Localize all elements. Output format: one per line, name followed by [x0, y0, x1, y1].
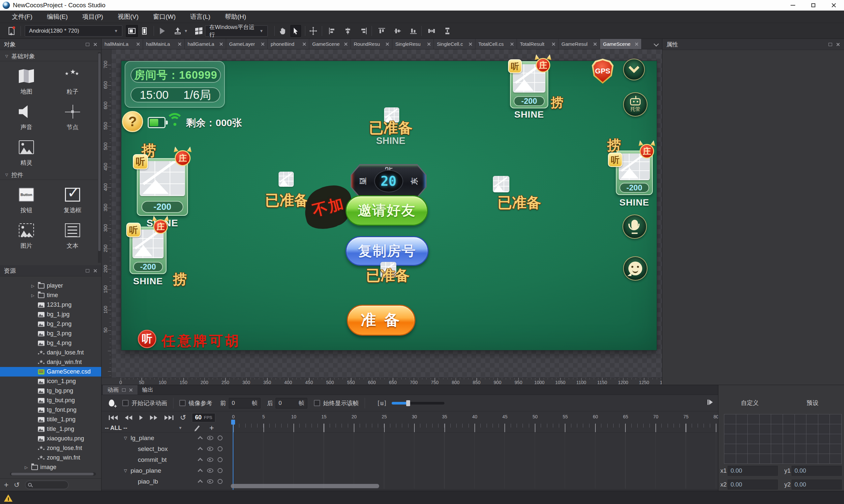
document-tab-6[interactable]: GameScene [309, 39, 351, 49]
document-tab-9[interactable]: SingleCell.c [434, 39, 476, 49]
close-tab-icon[interactable] [220, 42, 223, 46]
document-tab-7[interactable]: RoundResu [351, 39, 392, 49]
ready-label-north[interactable]: 已准备 [361, 118, 420, 138]
object-item-button[interactable]: Button按钮 [8, 188, 45, 214]
document-tab-8[interactable]: SingleResu [392, 39, 434, 49]
resource-item[interactable]: danju_lose.fnt [0, 348, 101, 357]
close-tab-icon[interactable] [552, 42, 555, 46]
float-panel-icon[interactable] [122, 389, 126, 392]
document-tab-4[interactable]: GameLayer [226, 39, 268, 49]
document-tab-5[interactable]: phoneBind [268, 39, 309, 49]
resource-item[interactable]: ▷time [0, 290, 101, 300]
direction-compass[interactable]: 北 西 东 20 [350, 164, 427, 198]
player-avatar[interactable]: -200 听 庄 [130, 227, 167, 274]
close-tab-icon[interactable] [344, 42, 347, 46]
close-tab-icon[interactable] [303, 42, 306, 46]
move-tool-icon[interactable] [309, 27, 318, 35]
close-panel-icon[interactable] [836, 42, 840, 47]
resource-item[interactable]: bg_2.png [0, 319, 101, 329]
resource-item[interactable]: xiaoguotu.png [0, 434, 101, 444]
menu-item-3[interactable]: 项目(P) [75, 11, 110, 23]
trustee-button[interactable]: 托管 [623, 92, 648, 116]
warning-icon[interactable] [4, 494, 13, 502]
animation-filter-select[interactable]: -- ALL -- ▼ [102, 425, 186, 432]
align-center-horizontal-icon[interactable] [344, 27, 352, 35]
resources-hscrollbar[interactable] [10, 472, 96, 476]
object-item-sprite[interactable]: 精灵 [8, 140, 45, 167]
loop-icon[interactable]: ↺ [180, 413, 186, 422]
resource-item[interactable]: danju_win.fnt [0, 357, 101, 367]
add-animation-icon[interactable]: + [209, 423, 214, 433]
resource-item[interactable]: ▷player [0, 281, 101, 290]
menu-item-1[interactable]: 文件(F) [5, 11, 39, 23]
align-middle-vertical-icon[interactable] [394, 27, 401, 35]
close-tab-icon[interactable] [261, 42, 264, 46]
play-icon[interactable] [160, 28, 165, 34]
timeline-node-row[interactable]: select_box [102, 444, 718, 454]
object-section-header[interactable]: ▽基础对象 [0, 51, 101, 61]
float-panel-icon[interactable] [86, 43, 89, 46]
ting-indicator-badge[interactable]: 听 [138, 330, 156, 348]
document-tab-11[interactable]: TotalResult [517, 39, 558, 49]
distribute-horizontal-icon[interactable] [428, 27, 435, 35]
run-target-select[interactable]: 在Windows平台运行 ▼ [205, 25, 268, 37]
y1-input[interactable]: 0.00 [792, 466, 842, 476]
emoji-chat-button[interactable] [623, 256, 648, 281]
west-ready-sprite[interactable] [279, 172, 294, 187]
previous-frame-button[interactable] [125, 415, 132, 420]
resource-item[interactable]: tg_font.png [0, 405, 101, 415]
move-up-icon[interactable] [198, 458, 203, 463]
timeline-hscrollbar[interactable] [231, 484, 379, 488]
play-button[interactable] [139, 415, 143, 420]
lock-icon[interactable] [218, 457, 223, 462]
document-tab-12[interactable]: GameResul [558, 39, 600, 49]
resource-item[interactable]: bg_4.png [0, 338, 101, 348]
device-preset-select[interactable]: Android(1280 * 720) ▼ [25, 25, 122, 37]
resource-item[interactable]: tg_but.png [0, 396, 101, 405]
expand-timeline-icon[interactable] [707, 400, 713, 405]
visibility-icon[interactable] [207, 457, 213, 462]
float-panel-icon[interactable] [828, 43, 832, 46]
copy-room-button[interactable]: 复制房号 [345, 236, 429, 266]
resource-item[interactable]: title_1.png [0, 424, 101, 434]
y2-input[interactable]: 0.00 [792, 480, 842, 489]
tab-list-chevron-icon[interactable] [654, 41, 659, 46]
fps-input[interactable]: 60 FPS [192, 413, 215, 422]
visibility-icon[interactable] [207, 468, 213, 473]
resource-item[interactable]: tg_bg.png [0, 386, 101, 396]
align-bottom-icon[interactable] [410, 27, 417, 35]
next-frame-button[interactable] [150, 415, 157, 420]
close-tab-icon[interactable] [469, 42, 472, 46]
lock-icon[interactable] [218, 479, 223, 484]
invite-friends-button[interactable]: 邀请好友 [345, 195, 428, 226]
timeline-node-row[interactable]: piao_lb [102, 476, 718, 487]
object-item-particle[interactable]: 粒子 [54, 69, 91, 95]
frames-after-input[interactable]: 0 帧 [276, 398, 307, 409]
close-panel-icon[interactable] [129, 388, 133, 392]
document-tab-13[interactable]: GameScene [600, 39, 641, 49]
object-item-checkbox[interactable]: ✓复选框 [54, 188, 91, 214]
close-tab-icon[interactable] [635, 42, 638, 46]
minimize-button[interactable] [783, 0, 803, 11]
visibility-icon[interactable] [207, 447, 213, 451]
resource-item[interactable]: zong_win.fnt [0, 453, 101, 463]
resource-item[interactable]: 1231.png [0, 300, 101, 310]
tab-custom[interactable]: 自定义 [718, 399, 781, 407]
object-item-sound[interactable]: 声音 [8, 105, 45, 131]
menu-item-2[interactable]: 编辑(E) [39, 11, 75, 23]
x1-input[interactable]: 0.00 [728, 466, 778, 476]
collapse-button[interactable] [623, 59, 645, 80]
expand-arrow-icon[interactable]: ▷ [31, 284, 38, 288]
lock-icon[interactable] [218, 446, 223, 451]
close-button[interactable] [824, 0, 844, 11]
expand-arrow-icon[interactable]: ▽ [124, 436, 131, 440]
object-item-text[interactable]: 文本 [54, 223, 91, 250]
visibility-icon[interactable] [207, 436, 213, 440]
onion-skin-icon[interactable]: [ɯ] [377, 400, 387, 407]
visibility-icon[interactable] [207, 479, 213, 484]
voice-button[interactable] [622, 214, 647, 239]
resource-item[interactable]: titile_1.png [0, 415, 101, 424]
menu-item-6[interactable]: 语言(L) [183, 11, 218, 23]
resource-item[interactable]: ▷image [0, 463, 101, 472]
onion-skin-slider[interactable] [392, 402, 444, 404]
